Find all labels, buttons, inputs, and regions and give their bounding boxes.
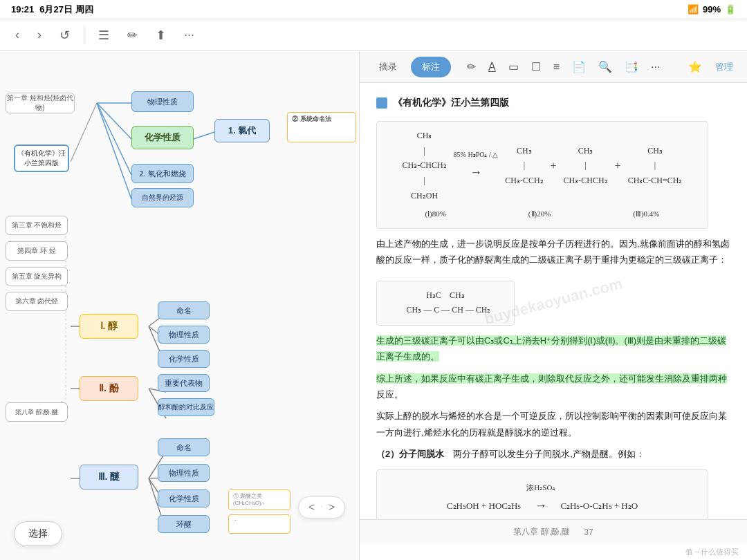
sub-chem-3[interactable]: 化学性质 xyxy=(158,489,210,507)
chapter-1-node[interactable]: 第一章 烃和烃(烃卤代物) xyxy=(6,93,75,113)
list-button[interactable]: ☰ xyxy=(94,25,113,46)
chapter-3-node[interactable]: 第三章 不饱和烃 xyxy=(6,216,68,235)
highlight-span-2: 综上所述，如果反应中有碳正离子生成，则除取代反应之外，还可能发生消除及重排两种 xyxy=(376,373,727,384)
nav-arrows: < · > xyxy=(298,496,345,519)
chloro-node[interactable]: 1. 氯代 xyxy=(214,119,270,142)
toolbar-separator-1 xyxy=(84,26,84,44)
reaction-scheme-1: CH₃|CH₃-CHCH₂|CH₂OH 85% H₃PO₄ / △ → CH₃|… xyxy=(376,121,708,229)
para-1: 由上述产物的生成，进一步说明反应是按单分子历程进行的。因为,就像前面讲的醇和氢卤… xyxy=(376,236,730,268)
structural-formula: H₃C CH₃ CH₃ — C — CH — CH₂ xyxy=(376,281,515,326)
sub-represent-1[interactable]: 重要代表物 xyxy=(158,374,210,392)
toolbar: ‹ › ↺ ☰ ✏ ⬆ ··· xyxy=(0,19,747,51)
para-highlighted-2: 综上所述，如果反应中有碳正离子生成，则除取代反应之外，还可能发生消除及重排两种 … xyxy=(376,371,730,403)
physical-node[interactable]: 物理性质 xyxy=(131,91,194,112)
chapter-4-node[interactable]: 第四章 环 烃 xyxy=(6,241,68,261)
forward-button[interactable]: › xyxy=(33,25,46,45)
page-number: 37 xyxy=(584,528,593,537)
sub-name-3[interactable]: 命名 xyxy=(158,438,210,456)
ether-main-node[interactable]: Ⅲ. 醚 xyxy=(80,465,138,489)
refresh-button[interactable]: ↺ xyxy=(55,25,74,46)
doc-footer: 第八章 醇,酚,醚 37 xyxy=(360,519,747,544)
highlight-span-1: 生成的三级碳正离子可以由C₃或C₁上消去H⁺分别得到(Ⅰ)或(Ⅱ)。(Ⅲ)则是由… xyxy=(376,335,726,362)
ether-reaction: C₂H₅OH + HOC₂H₅ 浓H₂SO₄ → 140°C C₂H₅-O-C₂… xyxy=(376,469,708,519)
share-button[interactable]: ⬆ xyxy=(151,25,170,46)
sub-ring-ether[interactable]: 环醚 xyxy=(158,515,210,533)
chemical-node[interactable]: 化学性质 xyxy=(131,126,194,149)
date: 6月27日 周四 xyxy=(39,3,93,16)
tool-checkbox[interactable]: ☐ xyxy=(526,57,546,76)
natural-node[interactable]: 自然界的烃源 xyxy=(131,188,194,207)
tab-annotation[interactable]: 标注 xyxy=(411,57,451,77)
tool-underline[interactable]: A xyxy=(483,58,501,76)
nav-left-arrow[interactable]: < xyxy=(308,501,315,514)
svg-line-3 xyxy=(194,132,214,139)
root-node: 《有机化学》汪小兰第四版 xyxy=(14,144,69,172)
doc-title: 《有机化学》汪小兰第四版 xyxy=(376,94,730,111)
tool-highlight[interactable]: ▭ xyxy=(504,57,524,76)
mini-note-2: ··· xyxy=(228,514,290,534)
svg-line-5 xyxy=(97,103,131,199)
tab-summary[interactable]: 摘录 xyxy=(368,57,408,77)
edit-button[interactable]: ✏ xyxy=(123,25,142,46)
book-icon xyxy=(376,97,387,109)
mind-map[interactable]: 《有机化学》汪小兰第四版 第一章 烃和烃(烃卤代物) 物理性质 化学性质 1. … xyxy=(0,51,359,560)
status-right: 📶 99% 🔋 xyxy=(688,4,736,15)
chapter-6-node[interactable]: 第六章 卤代烃 xyxy=(6,292,68,311)
tool-star[interactable]: ⭐ xyxy=(683,57,707,76)
select-button[interactable]: 选择 xyxy=(14,521,62,546)
back-button[interactable]: ‹ xyxy=(11,25,24,45)
tool-lines[interactable]: ≡ xyxy=(548,58,564,76)
wifi-icon: 📶 xyxy=(688,4,699,15)
mini-note-1: ① 聚醚之类(CH₂CH₂O)ₙ xyxy=(228,489,290,510)
sub-physical-1[interactable]: 物理性质 xyxy=(158,326,210,344)
para-highlighted-1: 生成的三级碳正离子可以由C₃或C₁上消去H⁺分别得到(Ⅰ)或(Ⅱ)。(Ⅲ)则是由… xyxy=(376,333,730,365)
sub-chem-1[interactable]: 化学性质 xyxy=(158,350,210,368)
time: 19:21 xyxy=(11,4,34,15)
sub-name-1[interactable]: 命名 xyxy=(158,301,210,319)
battery-level: 99% xyxy=(703,4,721,15)
bottom-attribution: 值→什么值得买 xyxy=(360,544,747,560)
tool-search[interactable]: 🔍 xyxy=(593,57,617,76)
svg-line-2 xyxy=(97,103,131,139)
svg-line-4 xyxy=(97,103,131,175)
tool-bookmark[interactable]: 📑 xyxy=(620,57,643,76)
manage-button[interactable]: 管理 xyxy=(710,58,739,76)
status-left: 19:21 6月27日 周四 xyxy=(11,3,93,16)
doc-content[interactable]: 《有机化学》汪小兰第四版 CH₃|CH₃-CHCH₂|CH₂OH 85% H₃P… xyxy=(360,83,747,519)
phenol-main-node[interactable]: Ⅱ. 酚 xyxy=(80,376,138,401)
battery-icon: 🔋 xyxy=(725,4,736,15)
tool-doc[interactable]: 📄 xyxy=(567,57,591,76)
right-panel: 摘录 标注 ✏ A ▭ ☐ ≡ 📄 🔍 📑 ··· ⭐ 管理 《有机化学》汪小兰… xyxy=(360,51,747,560)
para-4: （2）分子间脱水 两分子醇可以发生分子间脱水,产物是醚。例如： xyxy=(376,446,730,462)
status-bar: 19:21 6月27日 周四 📶 99% 🔋 xyxy=(0,0,747,19)
sub-compare[interactable]: 醇和酚的对比及应 xyxy=(158,398,214,416)
sub-physical-3[interactable]: 物理性质 xyxy=(158,464,210,482)
para-3: 实际上醇的脱水与烯烃的水合是一个可逆反应，所以控制影响平衡的因素则可使反应向某一… xyxy=(376,408,730,440)
oxidize-node[interactable]: 2. 氧化和燃烧 xyxy=(131,164,194,183)
tool-pen[interactable]: ✏ xyxy=(462,57,481,76)
tool-more[interactable]: ··· xyxy=(646,58,665,76)
chapter-5-node[interactable]: 第五章 旋光异构 xyxy=(6,267,68,286)
footer-chapter: 第八章 醇,酚,醚 xyxy=(513,526,570,538)
main-content: 《有机化学》汪小兰第四版 第一章 烃和烃(烃卤代物) 物理性质 化学性质 1. … xyxy=(0,51,747,560)
nav-right-arrow[interactable]: > xyxy=(329,501,335,514)
nav-separator: · xyxy=(320,501,322,514)
left-panel: 《有机化学》汪小兰第四版 第一章 烃和烃(烃卤代物) 物理性质 化学性质 1. … xyxy=(0,51,360,560)
svg-line-0 xyxy=(71,103,97,162)
chloro-result-node: ② 系统命名法 xyxy=(287,112,356,142)
chapter-8-node[interactable]: 第八章 醇,酚,醚 xyxy=(6,402,68,422)
doc-toolbar: 摘录 标注 ✏ A ▭ ☐ ≡ 📄 🔍 📑 ··· ⭐ 管理 xyxy=(360,51,747,83)
alcohol-main-node[interactable]: Ⅰ. 醇 xyxy=(80,314,138,339)
more-button[interactable]: ··· xyxy=(180,25,199,45)
